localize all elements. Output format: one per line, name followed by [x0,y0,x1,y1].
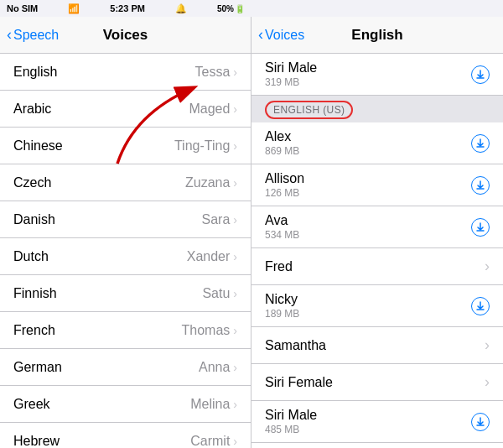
voice-left-alex: Alex 869 MB [265,129,299,157]
list-item-greek[interactable]: Greek Melina › [0,386,251,423]
voice-size-siri-male-partial: 319 MB [265,76,317,88]
list-right-hebrew: Carmit › [190,434,237,449]
list-value-greek: Melina [190,397,230,412]
list-label-arabic: Arabic [13,102,51,117]
left-no-sim: No SIM [7,3,38,13]
list-item-hebrew[interactable]: Hebrew Carmit › [0,423,251,448]
list-label-finnish: Finnish [13,286,57,301]
list-right-chinese: Ting-Ting › [174,138,237,154]
list-label-german: German [13,360,62,375]
voice-item-susan[interactable]: Susan 163 MB [252,443,503,448]
voice-left-ava: Ava 534 MB [265,213,299,241]
download-icon-alex[interactable] [471,134,490,153]
chevron-right-icon-french: › [233,324,237,337]
voice-item-alex[interactable]: Alex 869 MB [252,122,503,164]
voice-item-samantha[interactable]: Samantha › [252,327,503,364]
download-icon-siri-male-partial[interactable] [471,65,490,84]
chevron-right-icon-danish: › [233,213,237,227]
list-value-finnish: Satu [202,286,230,301]
list-label-danish: Danish [13,212,55,227]
right-back-label: Voices [265,28,304,43]
list-right-greek: Melina › [190,397,237,412]
english-us-label: ENGLISH (US) [265,101,353,119]
chevron-right-icon-arabic: › [233,102,237,116]
list-item-german[interactable]: German Anna › [0,349,251,386]
chevron-right-icon-czech: › [233,176,237,190]
list-label-greek: Greek [13,397,50,412]
list-right-finnish: Satu › [202,286,237,301]
voice-size-alex: 869 MB [265,145,299,157]
chevron-right-icon-dutch: › [233,250,237,263]
chevron-right-icon-finnish: › [233,287,237,300]
voice-item-fred[interactable]: Fred › [252,248,503,285]
chevron-right-icon-siri-female: › [485,373,490,391]
voice-name-siri-male-partial: Siri Male [265,60,317,76]
voice-item-siri-male-partial-left: Siri Male 319 MB [265,60,317,88]
list-item-danish[interactable]: Danish Sara › [0,201,251,238]
list-item-arabic[interactable]: Arabic Maged › [0,91,251,128]
list-item-dutch[interactable]: Dutch Xander › [0,238,251,275]
list-value-chinese: Ting-Ting [174,138,230,154]
right-nav-bar: ‹ Voices English [252,17,503,54]
voice-left-samantha: Samantha [265,338,326,353]
left-list[interactable]: English Tessa › Arabic Maged › Chinese T… [0,54,251,448]
list-right-danish: Sara › [202,212,237,227]
list-item-french[interactable]: French Thomas › [0,312,251,349]
right-panel: No SIM 📶 5:23 PM 🔔 50% 🔋 ‹ Voices Englis… [252,0,503,448]
voice-size-siri-male: 485 MB [265,424,317,435]
right-nav-title: English [351,27,402,44]
voice-item-allison[interactable]: Allison 126 MB [252,164,503,206]
voice-left-siri-male: Siri Male 485 MB [265,408,317,435]
list-item-english[interactable]: English Tessa › [0,54,251,91]
chevron-right-icon-fred: › [485,258,490,275]
left-back-label: Speech [13,28,59,43]
voice-left-nicky: Nicky 189 MB [265,292,299,320]
list-item-finnish[interactable]: Finnish Satu › [0,275,251,312]
list-label-hebrew: Hebrew [13,434,60,449]
left-nav-title: Voices [103,27,148,44]
left-panel: No SIM 📶 5:23 PM 🔔 50% 🔋 ‹ Speech Voices… [0,0,252,448]
voice-name-siri-male: Siri Male [265,408,317,423]
voice-left-fred: Fred [265,259,293,274]
list-value-german: Anna [199,360,230,375]
voice-item-siri-male[interactable]: Siri Male 485 MB [252,401,503,443]
chevron-right-icon-english: › [233,65,237,79]
list-value-french: Thomas [182,323,231,338]
chevron-right-icon-greek: › [233,398,237,411]
voice-name-siri-female: Siri Female [265,375,333,390]
list-item-czech[interactable]: Czech Zuzana › [0,164,251,201]
left-alarm-icon: 🔔 [175,3,187,14]
voice-item-nicky[interactable]: Nicky 189 MB [252,285,503,327]
list-value-arabic: Maged [189,102,230,117]
list-label-czech: Czech [13,175,51,190]
right-voice-list[interactable]: Alex 869 MB Allison 126 MB [252,122,503,448]
list-item-chinese[interactable]: Chinese Ting-Ting › [0,128,251,164]
list-right-french: Thomas › [182,323,237,338]
list-value-czech: Zuzana [185,175,230,190]
list-right-german: Anna › [199,360,237,375]
left-nav-bar: ‹ Speech Voices [0,17,251,54]
left-status-bar: No SIM 📶 5:23 PM 🔔 50% 🔋 [0,0,252,17]
list-label-english: English [13,65,57,80]
list-right-english: Tessa › [195,65,237,80]
voice-size-nicky: 189 MB [265,308,299,320]
list-label-chinese: Chinese [13,138,63,154]
download-icon-ava[interactable] [471,218,490,237]
voice-item-ava[interactable]: Ava 534 MB [252,206,503,248]
download-icon-siri-male[interactable] [471,413,490,431]
voice-name-samantha: Samantha [265,338,326,353]
left-wifi-icon: 📶 [68,3,80,14]
download-icon-nicky[interactable] [471,297,490,315]
voice-left-allison: Allison 126 MB [265,171,304,199]
right-back-button[interactable]: ‹ Voices [258,26,304,44]
list-right-czech: Zuzana › [185,175,237,190]
voice-item-siri-male-partial[interactable]: Siri Male 319 MB [252,54,503,96]
voice-left-siri-female: Siri Female [265,375,333,390]
voice-size-allison: 126 MB [265,187,304,199]
voice-item-siri-female[interactable]: Siri Female › [252,364,503,401]
list-value-dutch: Xander [187,249,231,264]
chevron-right-icon-hebrew: › [233,435,237,448]
left-back-button[interactable]: ‹ Speech [7,26,59,44]
voice-size-ava: 534 MB [265,229,299,241]
download-icon-allison[interactable] [471,176,490,195]
